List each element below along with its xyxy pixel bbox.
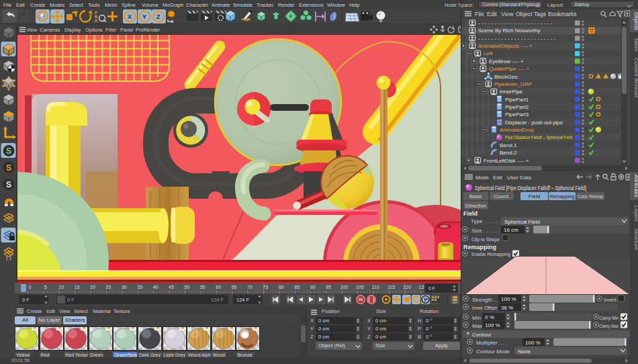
svg-text:45: 45 <box>169 285 174 289</box>
svg-text:InnerPipe: InnerPipe <box>500 89 523 95</box>
svg-text:5: 5 <box>44 285 47 289</box>
svg-text:100 %: 100 % <box>501 296 516 302</box>
svg-text:PipePart2: PipePart2 <box>505 104 529 110</box>
svg-text:Edit: Edit <box>487 11 497 17</box>
svg-text:Color Remap: Color Remap <box>578 193 604 199</box>
svg-text:85: 85 <box>294 285 300 289</box>
svg-text:Displacer - push out pipe: Displacer - push out pipe <box>505 120 563 126</box>
svg-text:Inner Offset: Inner Offset <box>472 305 498 311</box>
svg-text:AnimatedObjects ---- +: AnimatedObjects ---- + <box>478 43 533 49</box>
svg-text:None: None <box>518 349 531 355</box>
svg-text:Spherical Field: Spherical Field <box>504 219 540 225</box>
svg-text:Coord.: Coord. <box>494 193 510 199</box>
svg-text:QuaterPipe ---- +: QuaterPipe ---- + <box>489 66 530 72</box>
svg-text:30: 30 <box>122 285 127 289</box>
svg-text:35: 35 <box>137 285 142 289</box>
svg-text:Edit: Edit <box>493 175 503 181</box>
svg-text:10: 10 <box>58 285 64 289</box>
svg-text:Contour: Contour <box>472 332 492 338</box>
svg-text:36 %: 36 % <box>501 305 513 311</box>
svg-text:15: 15 <box>75 285 80 289</box>
svg-text:Min: Min <box>472 315 481 321</box>
svg-text:Enable Remapping: Enable Remapping <box>471 251 510 257</box>
svg-text:S: S <box>6 180 11 189</box>
svg-text:Max: Max <box>472 323 482 329</box>
svg-text:90: 90 <box>310 285 316 289</box>
svg-text:EyeBrow ---- +: EyeBrow ---- + <box>489 58 524 64</box>
svg-text:Scene By Rich Nosworthy: Scene By Rich Nosworthy <box>478 28 540 34</box>
svg-text:Left: Left <box>484 50 493 56</box>
svg-text:95: 95 <box>326 285 331 289</box>
svg-text:0 %: 0 % <box>485 314 494 320</box>
svg-text:FrontLeftDisk ---- +: FrontLeftDisk ---- + <box>484 158 529 164</box>
svg-text:55: 55 <box>200 285 206 289</box>
svg-text:0 F: 0 F <box>67 297 75 303</box>
svg-text:Remapping: Remapping <box>550 193 575 199</box>
svg-text:User Data: User Data <box>507 175 532 181</box>
svg-text:Field: Field <box>463 210 477 217</box>
svg-text:Clip to Shape: Clip to Shape <box>471 236 500 242</box>
svg-text:Spherical Field [Pipe Displace: Spherical Field [Pipe Displacer Falloff … <box>475 185 586 191</box>
svg-text:0: 0 <box>28 285 31 289</box>
svg-text:105: 105 <box>356 285 364 289</box>
svg-text:110: 110 <box>372 285 379 289</box>
svg-text:AnimatedDrop: AnimatedDrop <box>500 127 535 133</box>
svg-text:0 F: 0 F <box>22 297 30 303</box>
svg-text:50: 50 <box>185 285 190 289</box>
svg-text:Layers: Layers <box>633 206 638 222</box>
svg-text:Field: Field <box>529 193 540 199</box>
svg-text:- - - - - - - - - - - - - - -: - - - - - - - - - - - - - - - - - - - - … <box>478 20 553 26</box>
svg-text:0 F: 0 F <box>428 286 435 291</box>
svg-text:Structure: Structure <box>633 228 638 251</box>
svg-text:Size . . . . . . . .: Size . . . . . . . . <box>471 228 506 234</box>
svg-text:Contour Mode: Contour Mode <box>476 349 510 355</box>
svg-text:Bookmarks: Bookmarks <box>548 11 577 17</box>
svg-text:75: 75 <box>263 285 269 289</box>
svg-text:120: 120 <box>403 285 411 289</box>
svg-text:Object: Object <box>516 11 533 17</box>
svg-text:16 cm: 16 cm <box>504 227 518 233</box>
svg-text:80: 80 <box>279 285 284 289</box>
svg-text:P: P <box>424 297 428 303</box>
svg-text:115: 115 <box>388 285 395 289</box>
svg-text:S: S <box>6 163 11 173</box>
svg-text:Tags: Tags <box>534 11 546 17</box>
svg-text:Strength . .: Strength . . <box>472 297 498 303</box>
svg-text:20: 20 <box>90 285 95 289</box>
svg-text:Content Browser: Content Browser <box>633 58 638 98</box>
svg-text:Y: Y <box>142 13 146 20</box>
svg-text:Clamp Min: Clamp Min <box>599 315 619 321</box>
svg-text:100 %: 100 % <box>525 340 541 346</box>
svg-text:Basic: Basic <box>469 193 483 199</box>
svg-text:PipePart3: PipePart3 <box>505 111 529 118</box>
svg-text:S: S <box>6 146 11 156</box>
svg-text:Attributes: Attributes <box>633 175 638 197</box>
svg-text:65: 65 <box>232 285 237 289</box>
svg-text:25: 25 <box>106 285 111 289</box>
svg-text:Bend.2: Bend.2 <box>500 150 517 156</box>
svg-text:R: R <box>95 19 98 23</box>
svg-text:100: 100 <box>340 285 349 289</box>
svg-text:Mode: Mode <box>475 175 490 181</box>
svg-text:124 F: 124 F <box>236 297 250 303</box>
svg-text:BlockGeo: BlockGeo <box>494 74 518 80</box>
svg-text:Remapping: Remapping <box>463 244 496 251</box>
svg-text:X: X <box>128 13 132 20</box>
svg-text:( ): ( ) <box>6 255 11 261</box>
svg-text:Invert: Invert <box>604 297 617 303</box>
svg-text:40: 40 <box>153 285 158 289</box>
svg-text:PipeAnim_GRP: PipeAnim_GRP <box>494 81 532 87</box>
svg-text:Multiplier . . .: Multiplier . . . <box>476 340 506 346</box>
svg-text:Bend.1: Bend.1 <box>500 142 517 148</box>
svg-text:60: 60 <box>216 285 221 289</box>
svg-text:100 %: 100 % <box>485 322 500 328</box>
svg-text:Type . . . . . . .: Type . . . . . . . <box>471 218 503 224</box>
svg-text:File: File <box>475 11 484 17</box>
svg-text:Takes: Takes <box>633 38 638 52</box>
svg-text:124 F: 124 F <box>211 297 224 303</box>
svg-text:Objects: Objects <box>633 12 638 30</box>
svg-text:Clamp Max: Clamp Max <box>599 323 619 329</box>
svg-text:PipePart1: PipePart1 <box>505 97 529 103</box>
svg-text:Direction: Direction <box>465 203 487 209</box>
svg-text:70: 70 <box>247 285 253 289</box>
